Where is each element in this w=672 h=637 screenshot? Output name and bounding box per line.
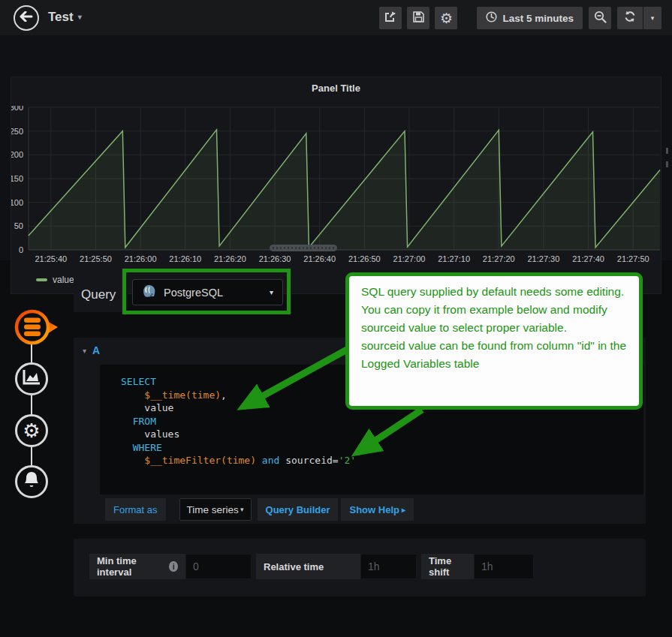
- collapse-icon: ▾: [83, 347, 86, 355]
- svg-text:21:26:20: 21:26:20: [214, 254, 246, 263]
- svg-text:0: 0: [19, 245, 23, 254]
- format-as-label: Format as: [105, 498, 166, 521]
- time-shift-input[interactable]: [474, 554, 534, 579]
- legend-label: value: [53, 275, 74, 285]
- svg-text:21:26:50: 21:26:50: [348, 254, 381, 263]
- min-time-interval-label: Min time interval i: [89, 554, 185, 579]
- refresh-button[interactable]: [617, 7, 643, 29]
- refresh-icon: [624, 11, 636, 26]
- svg-text:21:25:40: 21:25:40: [35, 254, 67, 263]
- svg-text:21:25:50: 21:25:50: [80, 254, 112, 263]
- chevron-down-icon: ▾: [78, 13, 82, 21]
- query-toolbar: Format as Time series ▾ Query Builder Sh…: [74, 497, 646, 522]
- scroll-indicator: [666, 148, 668, 167]
- annotation-paragraph-1: SQL query supplied by default needs some…: [361, 283, 627, 337]
- annotation-paragraph-2: sourceid value can be found from column …: [361, 337, 627, 373]
- dashboard-area: Panel Title 05010015020025030021:25:4021…: [0, 35, 672, 260]
- chart-icon: [23, 369, 41, 389]
- query-options-row: Min time interval i Relative time Time s…: [89, 554, 538, 579]
- datasource-picker[interactable]: PostgreSQL ▾: [132, 279, 283, 305]
- dashboard-title-text: Test: [48, 10, 74, 24]
- time-shift-group: Time shift: [421, 554, 534, 579]
- time-series-chart: 05010015020025030021:25:4021:25:5021:26:…: [11, 106, 661, 267]
- format-select-value: Time series: [187, 504, 239, 515]
- arrow-left-icon: [20, 11, 33, 25]
- panel-title[interactable]: Panel Title: [11, 83, 661, 94]
- min-time-interval-group: Min time interval i: [89, 554, 252, 579]
- database-icon: [17, 311, 58, 343]
- query-section-header: Query: [74, 278, 128, 312]
- min-time-interval-input[interactable]: [185, 554, 252, 579]
- relative-time-input[interactable]: [360, 554, 417, 579]
- tab-alert[interactable]: [15, 465, 48, 498]
- svg-text:21:26:10: 21:26:10: [169, 254, 201, 263]
- info-icon[interactable]: i: [169, 561, 178, 572]
- gear-icon: ⚙: [440, 11, 453, 26]
- save-icon: [413, 11, 424, 26]
- svg-text:250: 250: [11, 127, 23, 136]
- time-shift-label: Time shift: [421, 554, 474, 579]
- clock-icon: [486, 11, 502, 25]
- svg-text:21:26:00: 21:26:00: [125, 254, 157, 263]
- datasource-name: PostgreSQL: [164, 287, 223, 299]
- time-picker-button[interactable]: Last 5 minutes: [477, 7, 583, 29]
- top-bar: Test▾ ⚙ Last 5 minutes: [0, 0, 672, 35]
- query-builder-button[interactable]: Query Builder: [258, 498, 339, 521]
- show-help-button[interactable]: Show Help ▸: [341, 498, 413, 521]
- tab-general[interactable]: ⚙: [15, 414, 48, 447]
- postgresql-icon: [133, 284, 156, 301]
- svg-text:21:27:50: 21:27:50: [617, 254, 649, 263]
- format-select[interactable]: Time series ▾: [179, 498, 252, 521]
- query-section-label: Query: [81, 287, 116, 302]
- svg-text:21:26:40: 21:26:40: [303, 254, 336, 263]
- dashboard-title[interactable]: Test▾: [48, 10, 82, 25]
- svg-text:200: 200: [11, 150, 23, 159]
- tab-queries[interactable]: [13, 307, 59, 349]
- time-picker-label: Last 5 minutes: [502, 13, 574, 24]
- share-button[interactable]: [379, 7, 402, 29]
- back-button[interactable]: [14, 5, 39, 31]
- bell-icon: [23, 471, 40, 492]
- show-help-label: Show Help: [349, 504, 399, 515]
- tab-visualization[interactable]: [15, 362, 48, 395]
- legend-item-value[interactable]: value: [36, 275, 74, 285]
- gear-wrench-icon: ⚙: [23, 421, 40, 440]
- save-button[interactable]: [407, 7, 429, 29]
- svg-text:21:27:10: 21:27:10: [438, 254, 470, 263]
- svg-text:21:27:00: 21:27:00: [393, 254, 426, 263]
- share-icon: [384, 11, 396, 26]
- svg-text:21:27:20: 21:27:20: [483, 254, 515, 263]
- chevron-down-icon: ▾: [240, 506, 244, 513]
- svg-text:21:27:40: 21:27:40: [572, 254, 604, 263]
- query-ref-id: A: [92, 344, 100, 356]
- relative-time-group: Relative time: [256, 554, 417, 579]
- rail-connector-line: [31, 330, 32, 484]
- relative-time-label: Relative time: [256, 554, 360, 579]
- top-bar-actions: ⚙ Last 5 minutes ▾: [374, 7, 661, 29]
- chevron-down-icon: ▾: [270, 288, 273, 296]
- annotation-note: SQL query supplied by default needs some…: [345, 272, 643, 410]
- chevron-down-icon: ▾: [651, 14, 655, 22]
- svg-text:150: 150: [11, 174, 23, 183]
- magnifier-minus-icon: [594, 11, 607, 26]
- chevron-right-icon: ▸: [402, 506, 405, 514]
- legend-color-dash: [36, 278, 47, 281]
- svg-text:100: 100: [11, 198, 23, 207]
- grafana-screen: Test▾ ⚙ Last 5 minutes: [0, 0, 672, 637]
- svg-text:50: 50: [14, 221, 23, 230]
- timeseries-panel: Panel Title 05010015020025030021:25:4021…: [11, 77, 661, 294]
- refresh-interval-dropdown-button[interactable]: ▾: [643, 7, 661, 29]
- svg-text:21:27:30: 21:27:30: [528, 254, 560, 263]
- svg-text:21:26:30: 21:26:30: [259, 254, 291, 263]
- panel-resize-handle[interactable]: [270, 245, 337, 251]
- settings-button[interactable]: ⚙: [435, 7, 457, 29]
- svg-text:300: 300: [11, 106, 23, 112]
- query-options-panel: Min time interval i Relative time Time s…: [74, 539, 646, 596]
- zoom-out-button[interactable]: [589, 7, 611, 29]
